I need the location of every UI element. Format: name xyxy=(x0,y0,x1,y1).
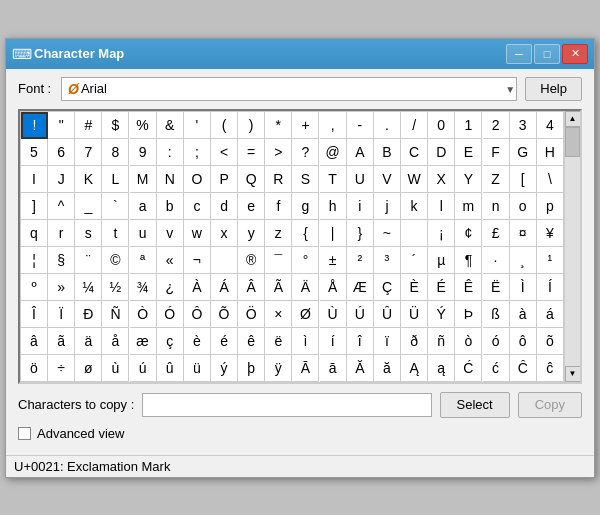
char-cell[interactable]: ó xyxy=(483,328,510,355)
char-cell[interactable]: ć xyxy=(483,355,510,382)
char-cell[interactable]: Ð xyxy=(75,301,102,328)
close-button[interactable]: ✕ xyxy=(562,44,588,64)
char-cell[interactable]: £ xyxy=(483,220,510,247)
char-cell[interactable]: 1 xyxy=(455,112,482,139)
char-cell[interactable]: Ć xyxy=(455,355,482,382)
char-cell[interactable]: P xyxy=(211,166,238,193)
char-cell[interactable]: · xyxy=(483,247,510,274)
copy-button[interactable]: Copy xyxy=(518,392,582,418)
char-cell[interactable]: b xyxy=(157,193,184,220)
char-cell[interactable]: { xyxy=(292,220,319,247)
char-cell[interactable]: ^ xyxy=(48,193,75,220)
char-cell[interactable]: R xyxy=(265,166,292,193)
char-cell[interactable]: ¢ xyxy=(455,220,482,247)
char-cell[interactable]: Ą xyxy=(401,355,428,382)
char-cell[interactable]: × xyxy=(265,301,292,328)
char-cell[interactable]: ? xyxy=(292,139,319,166)
char-cell[interactable]: ô xyxy=(510,328,537,355)
char-cell[interactable]: . xyxy=(374,112,401,139)
char-cell[interactable]: G xyxy=(510,139,537,166)
char-cell[interactable]: z xyxy=(265,220,292,247)
char-cell[interactable]: ª xyxy=(130,247,157,274)
char-cell[interactable]: ñ xyxy=(428,328,455,355)
char-cell[interactable]: 4 xyxy=(537,112,564,139)
char-cell[interactable]: þ xyxy=(238,355,265,382)
char-cell[interactable]: î xyxy=(347,328,374,355)
char-cell[interactable]: X xyxy=(428,166,455,193)
char-cell[interactable]: N xyxy=(157,166,184,193)
char-cell[interactable]: ê xyxy=(238,328,265,355)
char-cell[interactable]: < xyxy=(211,139,238,166)
char-cell[interactable]: æ xyxy=(130,328,157,355)
char-cell[interactable]: Ý xyxy=(428,301,455,328)
char-cell[interactable]: g xyxy=(292,193,319,220)
char-cell[interactable]: " xyxy=(48,112,75,139)
char-cell[interactable]: r xyxy=(48,220,75,247)
char-cell[interactable]: ; xyxy=(184,139,211,166)
char-cell[interactable]: ¹ xyxy=(537,247,564,274)
char-cell[interactable]: ą xyxy=(428,355,455,382)
char-cell[interactable]: Ç xyxy=(374,274,401,301)
char-cell[interactable]: M xyxy=(130,166,157,193)
char-cell[interactable]: : xyxy=(157,139,184,166)
scrollbar-thumb[interactable] xyxy=(565,127,580,157)
char-cell[interactable]: Þ xyxy=(455,301,482,328)
char-cell[interactable]: Ü xyxy=(401,301,428,328)
char-cell[interactable]: a xyxy=(130,193,157,220)
char-cell[interactable]: \ xyxy=(537,166,564,193)
char-cell[interactable]: 0 xyxy=(428,112,455,139)
char-cell[interactable]: ¤ xyxy=(510,220,537,247)
char-cell[interactable]: õ xyxy=(537,328,564,355)
char-cell[interactable]: Æ xyxy=(347,274,374,301)
char-cell[interactable]: ' xyxy=(184,112,211,139)
char-cell[interactable]: o xyxy=(510,193,537,220)
char-cell[interactable]: ¸ xyxy=(510,247,537,274)
char-cell[interactable]: d xyxy=(211,193,238,220)
char-cell[interactable]: º xyxy=(21,274,48,301)
char-cell[interactable]: e xyxy=(238,193,265,220)
char-cell[interactable]: ) xyxy=(238,112,265,139)
char-cell[interactable]: Å xyxy=(320,274,347,301)
char-cell[interactable]: + xyxy=(292,112,319,139)
char-cell[interactable]: ` xyxy=(102,193,129,220)
char-cell[interactable]: ã xyxy=(48,328,75,355)
char-cell[interactable]: » xyxy=(48,274,75,301)
char-cell[interactable]: ~ xyxy=(374,220,401,247)
char-cell[interactable]: è xyxy=(184,328,211,355)
char-cell[interactable]: 6 xyxy=(48,139,75,166)
char-cell[interactable]: ! xyxy=(21,112,48,139)
char-cell[interactable]: ú xyxy=(130,355,157,382)
char-cell[interactable]: ° xyxy=(292,247,319,274)
char-cell[interactable]: | xyxy=(320,220,347,247)
help-button[interactable]: Help xyxy=(525,77,582,101)
char-cell[interactable]: K xyxy=(75,166,102,193)
char-cell[interactable]: Î xyxy=(21,301,48,328)
char-cell[interactable]: w xyxy=(184,220,211,247)
char-cell[interactable]: í xyxy=(320,328,347,355)
char-cell[interactable]: ­ xyxy=(211,247,238,274)
char-cell[interactable]: à xyxy=(510,301,537,328)
char-cell[interactable]: l xyxy=(428,193,455,220)
char-cell[interactable]: > xyxy=(265,139,292,166)
char-cell[interactable]: É xyxy=(428,274,455,301)
char-cell[interactable]: ³ xyxy=(374,247,401,274)
char-cell[interactable]: H xyxy=(537,139,564,166)
select-button[interactable]: Select xyxy=(440,392,510,418)
char-cell[interactable]: _ xyxy=(75,193,102,220)
char-cell[interactable] xyxy=(401,220,428,247)
char-cell[interactable]: T xyxy=(320,166,347,193)
char-cell[interactable]: 7 xyxy=(75,139,102,166)
char-cell[interactable]: E xyxy=(455,139,482,166)
char-cell[interactable]: k xyxy=(401,193,428,220)
minimize-button[interactable]: ─ xyxy=(506,44,532,64)
char-cell[interactable]: ² xyxy=(347,247,374,274)
copy-input[interactable] xyxy=(142,393,431,417)
char-cell[interactable]: é xyxy=(211,328,238,355)
char-cell[interactable]: , xyxy=(320,112,347,139)
char-cell[interactable]: s xyxy=(75,220,102,247)
char-cell[interactable]: Q xyxy=(238,166,265,193)
char-cell[interactable]: ü xyxy=(184,355,211,382)
char-cell[interactable]: I xyxy=(21,166,48,193)
char-cell[interactable]: J xyxy=(48,166,75,193)
char-cell[interactable]: i xyxy=(347,193,374,220)
